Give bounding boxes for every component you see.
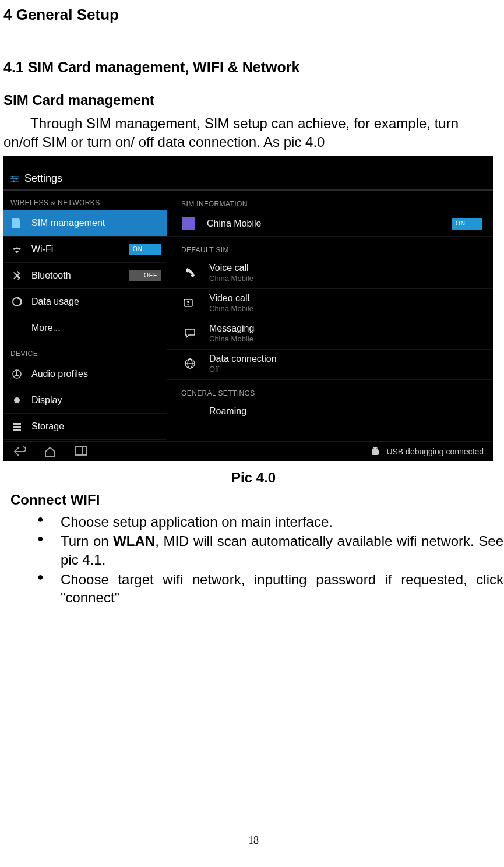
bluetooth-icon [10,270,23,281]
text-wlan: WLAN [113,533,155,549]
svg-rect-9 [15,375,19,376]
page-number: 18 [3,834,503,847]
detail-row-video-call[interactable]: Video call China Mobile [167,289,493,319]
svg-point-4 [16,178,17,179]
messaging-icon [182,329,198,338]
heading-2: 4.1 SIM Card management, WIFI & Network [3,59,503,76]
settings-screenshot: Settings WIRELESS & NETWORKS SIM managem… [3,156,493,461]
wifi-instruction-list: Choose setup application on main interfa… [3,513,503,607]
svg-rect-13 [13,429,21,431]
row-title: Video call [209,294,482,303]
sidebar-label: Display [31,395,161,406]
display-icon [10,396,23,405]
detail-category-sim-info: SIM INFORMATION [167,191,493,213]
svg-rect-11 [13,423,21,425]
nav-bar: USB debugging connected [3,441,493,461]
svg-rect-21 [372,450,379,455]
recent-icon[interactable] [75,446,87,456]
android-icon [370,446,380,457]
svg-point-5 [13,180,15,182]
screen-title: Settings [24,172,62,185]
sidebar-item-sim-management[interactable]: SIM management [3,210,167,237]
wifi-icon [10,245,23,253]
row-subtitle: China Mobile [209,274,482,283]
paragraph-sim: Through SIM management, SIM setup can ac… [3,114,503,152]
sidebar-item-wifi[interactable]: Wi-Fi ON [3,237,167,263]
data-usage-icon [10,297,23,306]
detail-row-roaming[interactable]: Roaming [167,402,493,422]
sidebar-item-display[interactable]: Display [3,387,167,414]
usb-debug-notice: USB debugging connected [370,446,484,457]
sidebar-label: Data usage [31,297,161,307]
sidebar-item-audio-profiles[interactable]: Audio profiles [3,361,167,387]
figure-caption: Pic 4.0 [3,470,503,486]
detail-row-voice-call[interactable]: Voice call China Mobile [167,259,493,289]
status-bar [3,156,493,168]
sidebar-category-device: DEVICE [3,341,167,361]
video-call-icon [182,298,198,308]
svg-rect-1 [10,178,19,179]
para-line-1: Through SIM management, SIM setup can ac… [3,115,459,131]
row-title: Roaming [209,407,482,416]
carrier-name: China Mobile [207,219,452,228]
settings-detail-pane: SIM INFORMATION China Mobile ON DEFAULT … [167,191,493,442]
storage-icon [10,422,23,431]
audio-icon [10,369,23,379]
svg-point-23 [377,448,378,449]
sim-icon [10,218,23,228]
sidebar-item-more[interactable]: More... [3,315,167,341]
text-frag: Turn on [61,533,113,549]
svg-rect-8 [16,371,17,375]
detail-row-data-connection[interactable]: Data connection Off [167,350,493,380]
settings-icon [9,174,20,184]
bluetooth-toggle[interactable]: OFF [129,270,161,281]
settings-sidebar: WIRELESS & NETWORKS SIM management Wi-Fi… [3,191,167,442]
wifi-toggle[interactable]: ON [129,244,161,255]
sidebar-item-bluetooth[interactable]: Bluetooth OFF [3,263,167,289]
title-bar: Settings [3,168,493,191]
row-subtitle: Off [209,365,482,373]
svg-rect-20 [75,447,82,455]
phone-icon [182,267,198,278]
heading-3-wifi: Connect WIFI [10,492,503,508]
list-item: Choose target wifi network, inputting pa… [37,570,503,607]
svg-point-10 [14,397,20,403]
list-item: Choose setup application on main interfa… [37,513,503,531]
heading-3-sim: SIM Card management [3,92,503,108]
list-item: Turn on WLAN, MID will scan automaticall… [37,532,503,569]
sidebar-label: SIM management [31,218,161,228]
sidebar-item-data-usage[interactable]: Data usage [3,289,167,315]
row-title: Messaging [209,324,482,333]
sidebar-category-wireless: WIRELESS & NETWORKS [3,191,167,210]
back-icon[interactable] [13,446,26,457]
usb-text: USB debugging connected [386,447,484,456]
detail-row-carrier[interactable]: China Mobile ON [167,213,493,237]
svg-rect-19 [75,447,87,455]
sidebar-label: Bluetooth [31,270,129,281]
heading-1: 4 General Setup [3,6,503,24]
svg-point-22 [373,448,375,449]
svg-point-15 [187,301,189,303]
sim-swatch-icon [182,217,195,230]
row-title: Voice call [209,263,482,273]
sidebar-label: Storage [31,421,161,432]
detail-category-default-sim: DEFAULT SIM [167,237,493,259]
sidebar-label: Audio profiles [31,369,161,379]
para-line-2: on/off SIM or turn on/ off data connecti… [3,134,325,150]
home-icon[interactable] [44,446,56,457]
row-title: Data connection [209,354,482,364]
row-subtitle: China Mobile [209,304,482,313]
sidebar-item-storage[interactable]: Storage [3,414,167,440]
detail-category-general: GENERAL SETTINGS [167,380,493,402]
row-subtitle: China Mobile [209,334,482,343]
sidebar-label: Wi-Fi [31,244,129,255]
globe-icon [182,358,198,369]
svg-point-3 [12,176,14,178]
svg-rect-0 [10,176,19,177]
sim-enable-toggle[interactable]: ON [452,218,482,230]
detail-row-messaging[interactable]: Messaging China Mobile [167,319,493,350]
sidebar-label: More... [31,323,161,333]
svg-rect-12 [13,426,21,428]
